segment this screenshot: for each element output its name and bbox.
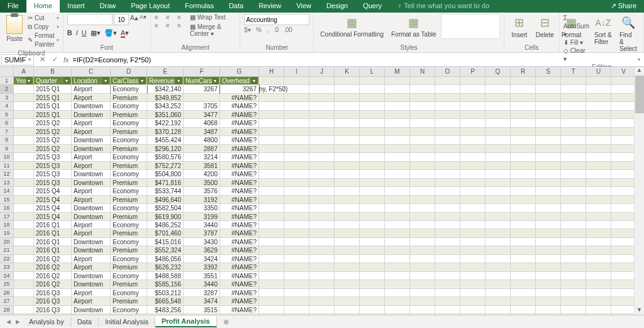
cell[interactable]	[460, 272, 486, 280]
cell-B29[interactable]: 2016 Q3	[34, 314, 72, 315]
tab-data[interactable]: Data	[221, 0, 251, 13]
cell[interactable]	[360, 102, 385, 110]
cell-A19[interactable]	[14, 229, 34, 237]
row-header-25[interactable]: 25	[0, 280, 14, 288]
delete-cells-button[interactable]: ⊟Delete	[533, 14, 557, 38]
cell[interactable]	[284, 85, 309, 93]
merge-center-button[interactable]: ▦ Merge & Center ▾	[190, 23, 236, 37]
format-as-table-button[interactable]: ▦ Format as Table	[389, 14, 439, 38]
column-header-K[interactable]: K	[335, 67, 360, 77]
cell-E27[interactable]: $665,548	[147, 297, 184, 305]
cell[interactable]	[309, 162, 335, 170]
cell-D8[interactable]: Economy	[111, 136, 147, 144]
cell[interactable]	[410, 280, 435, 288]
column-header-J[interactable]: J	[309, 67, 335, 77]
cell-A16[interactable]	[14, 204, 34, 212]
cell-E23[interactable]: $626,232	[147, 263, 184, 271]
cell-D25[interactable]: Premium	[111, 280, 147, 288]
cell[interactable]	[611, 94, 636, 102]
cell-C21[interactable]: Downtown	[72, 246, 111, 254]
table-header-quarter[interactable]: Quarter	[34, 77, 72, 85]
cell[interactable]	[410, 170, 435, 178]
cell[interactable]	[410, 153, 435, 161]
cell[interactable]	[511, 136, 536, 144]
column-header-S[interactable]: S	[536, 67, 561, 77]
cell[interactable]	[486, 263, 511, 271]
cell-A23[interactable]	[14, 263, 34, 271]
cell[interactable]	[611, 297, 636, 305]
cell[interactable]	[460, 119, 486, 127]
cell[interactable]	[611, 213, 636, 221]
cell-C14[interactable]: Airport	[72, 187, 111, 195]
cell-B5[interactable]: 2015 Q1	[34, 111, 72, 119]
cell[interactable]	[410, 229, 435, 237]
cell[interactable]	[536, 255, 561, 263]
cell-D28[interactable]: Economy	[111, 306, 147, 314]
border-button[interactable]: ▦▾	[91, 29, 101, 37]
cell-B4[interactable]: 2015 Q1	[34, 102, 72, 110]
cell[interactable]	[536, 128, 561, 136]
cell[interactable]	[309, 94, 335, 102]
cell[interactable]	[611, 238, 636, 246]
cell-D17[interactable]: Premium	[111, 213, 147, 221]
cell[interactable]	[360, 280, 385, 288]
row-header-15[interactable]: 15	[0, 196, 14, 204]
cell-E15[interactable]: $496,640	[147, 196, 184, 204]
cell-B23[interactable]: 2016 Q2	[34, 263, 72, 271]
cell[interactable]	[586, 153, 611, 161]
cell[interactable]	[435, 77, 460, 85]
cell[interactable]	[410, 119, 435, 127]
cell[interactable]	[385, 85, 410, 93]
cell[interactable]	[385, 170, 410, 178]
cell[interactable]	[335, 263, 360, 271]
conditional-formatting-button[interactable]: ▦ Conditional Formatting	[318, 14, 386, 38]
cell[interactable]	[360, 297, 385, 305]
cell[interactable]	[536, 153, 561, 161]
cell[interactable]	[460, 145, 486, 153]
cell[interactable]	[410, 77, 435, 85]
cell[interactable]	[259, 263, 284, 271]
cell[interactable]	[511, 255, 536, 263]
column-header-B[interactable]: B	[34, 67, 72, 77]
cell[interactable]	[611, 128, 636, 136]
column-header-P[interactable]: P	[460, 67, 486, 77]
cell-C2[interactable]: Airport	[72, 85, 111, 93]
cell[interactable]	[335, 297, 360, 305]
cell[interactable]	[259, 77, 284, 85]
cell-C25[interactable]: Downtown	[72, 280, 111, 288]
cell[interactable]	[284, 128, 309, 136]
cell[interactable]	[561, 238, 586, 246]
cell[interactable]	[385, 314, 410, 315]
row-header-4[interactable]: 4	[0, 102, 14, 110]
cell-E4[interactable]: $343,252	[147, 102, 184, 110]
cell[interactable]	[611, 85, 636, 93]
cell[interactable]	[309, 255, 335, 263]
cell-A10[interactable]	[14, 153, 34, 161]
tab-home[interactable]: Home	[26, 0, 60, 13]
cell-E21[interactable]: $552,324	[147, 246, 184, 254]
cell[interactable]	[410, 136, 435, 144]
cell[interactable]	[586, 179, 611, 187]
cell-A28[interactable]	[14, 306, 34, 314]
cell[interactable]	[410, 196, 435, 204]
cell-F18[interactable]: 3440	[184, 221, 220, 229]
row-header-1[interactable]: 1	[0, 77, 14, 85]
cell[interactable]	[586, 128, 611, 136]
cell-C15[interactable]: Airport	[72, 196, 111, 204]
cell[interactable]	[536, 280, 561, 288]
cell[interactable]	[511, 111, 536, 119]
sheet-nav-next[interactable]: ▶	[13, 319, 23, 325]
cell[interactable]	[410, 306, 435, 314]
row-header-21[interactable]: 21	[0, 246, 14, 254]
cell[interactable]	[410, 179, 435, 187]
cell[interactable]	[536, 238, 561, 246]
insert-cells-button[interactable]: ⊞Insert	[508, 14, 531, 38]
cell[interactable]	[435, 162, 460, 170]
cell-B15[interactable]: 2015 Q4	[34, 196, 72, 204]
cell-F20[interactable]: 3430	[184, 238, 220, 246]
table-header-numcars[interactable]: NumCars	[184, 77, 220, 85]
tab-page-layout[interactable]: Page Layout	[123, 0, 177, 13]
cell[interactable]	[561, 289, 586, 297]
cell-F29[interactable]: 3493	[184, 314, 220, 315]
cell[interactable]	[586, 213, 611, 221]
